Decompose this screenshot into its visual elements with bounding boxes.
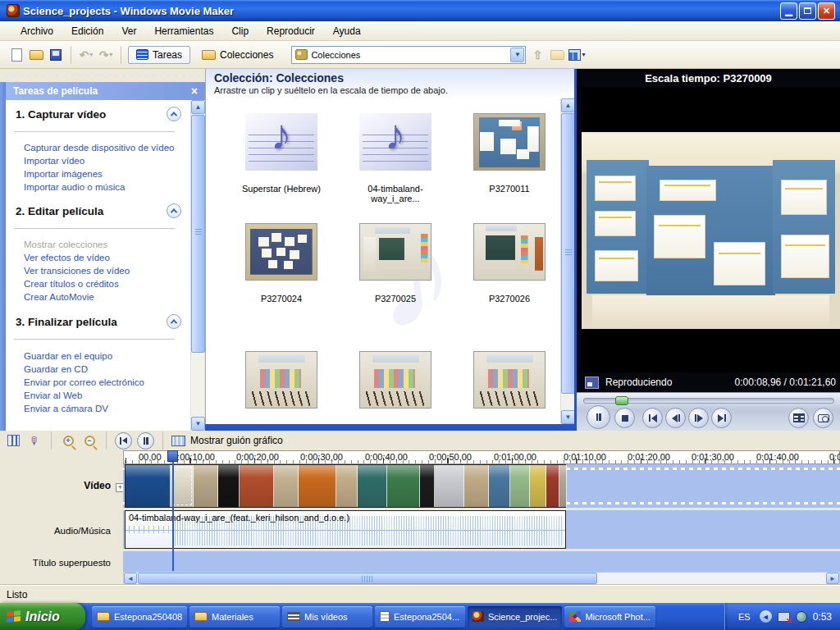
next-frame-button[interactable] [688, 408, 709, 428]
save-project-button[interactable] [48, 47, 64, 63]
video-clip[interactable] [559, 465, 567, 507]
scrollbar-thumb[interactable] [561, 113, 575, 394]
taskbar-window-materiales[interactable]: Materiales [189, 606, 280, 628]
playhead-handle[interactable] [167, 450, 178, 462]
menu-herramientas[interactable]: Herramientas [145, 23, 222, 39]
link-send-web[interactable]: Enviar al Web [24, 390, 82, 400]
video-clip[interactable] [126, 465, 171, 507]
video-clip[interactable] [546, 465, 559, 507]
video-clip[interactable] [489, 465, 510, 507]
minimize-button[interactable]: ▁ [780, 2, 797, 20]
link-titles-credits[interactable]: Crear títulos o créditos [24, 279, 119, 289]
video-clip[interactable] [464, 465, 489, 507]
fullscreen-icon[interactable] [585, 377, 599, 389]
clip-tile-p3270011[interactable]: P3270011 [459, 113, 560, 194]
take-picture-button[interactable] [813, 408, 833, 428]
collection-up-button[interactable]: ⇧ [529, 47, 546, 63]
taskbar-window-mis-videos[interactable]: Mis vídeos [282, 606, 372, 628]
video-clip[interactable] [435, 465, 464, 507]
menu-edicion[interactable]: Edición [62, 23, 112, 39]
audio-track[interactable]: 04-timbaland-way_i_are_(feat._keri_hilso… [123, 510, 840, 549]
views-button[interactable]: ▾ [568, 47, 585, 63]
video-clip[interactable] [336, 465, 358, 507]
video-clip[interactable] [530, 465, 546, 507]
narrate-button[interactable]: 🎙︎ [26, 432, 43, 449]
tasks-toggle-button[interactable]: Tareas [128, 46, 190, 64]
scroll-up-icon[interactable]: ▲ [561, 98, 575, 112]
video-clip[interactable] [510, 465, 530, 507]
scroll-down-icon[interactable]: ▼ [191, 417, 205, 431]
forward-button[interactable] [711, 408, 732, 428]
new-collection-button[interactable] [549, 47, 565, 63]
new-project-button[interactable] [8, 47, 25, 63]
video-clip[interactable] [218, 465, 240, 507]
video-clip[interactable] [194, 465, 218, 507]
start-button[interactable]: Inicio [0, 603, 85, 630]
back-button[interactable] [642, 408, 663, 428]
zoom-in-button[interactable]: + [60, 432, 76, 449]
close-button[interactable]: ✕ [818, 2, 835, 20]
clip-tile-timbaland[interactable]: 04-timbaland-way_i_are... [345, 113, 446, 203]
combobox-dropdown-arrow[interactable]: ▼ [510, 48, 524, 62]
link-save-computer[interactable]: Guardar en el equipo [24, 351, 112, 361]
play-timeline-button[interactable] [137, 432, 154, 450]
seek-bar[interactable] [583, 398, 834, 404]
clip-tile[interactable] [459, 351, 560, 422]
video-clip[interactable] [274, 465, 299, 507]
redo-button[interactable]: ↷▾ [98, 47, 114, 63]
video-track[interactable] [123, 464, 840, 508]
taskpane-close-icon[interactable]: × [191, 84, 198, 98]
menu-archivo[interactable]: Archivo [11, 23, 62, 39]
seek-thumb[interactable] [615, 396, 628, 405]
video-clip[interactable] [420, 465, 435, 507]
scrollbar-thumb[interactable] [138, 573, 597, 584]
update-globe-icon[interactable] [796, 611, 807, 623]
link-import-video[interactable]: Importar vídeo [24, 156, 84, 166]
menu-ayuda[interactable]: Ayuda [324, 23, 370, 39]
language-indicator[interactable]: ES [735, 611, 754, 623]
scroll-down-icon[interactable]: ▼ [561, 410, 575, 424]
link-save-cd[interactable]: Guardar en CD [24, 364, 88, 374]
taskbar-window-estepona2504[interactable]: Estepona2504... [375, 606, 465, 628]
taskbar-clock[interactable]: 0:53 [813, 611, 832, 623]
link-capture-device[interactable]: Capturar desde dispositivo de vídeo [24, 143, 174, 153]
rewind-timeline-button[interactable] [115, 432, 132, 450]
scroll-right-icon[interactable]: ► [826, 573, 839, 584]
collapse-finish-button[interactable] [167, 314, 181, 329]
link-video-effects[interactable]: Ver efectos de vídeo [24, 253, 110, 262]
timeline-ruler[interactable]: 00,00 0:00:10,00 0:00:20,00 0:00:30,00 0… [123, 450, 840, 464]
clip-tile[interactable] [231, 351, 332, 422]
clip-tile-p3270024[interactable]: P3270024 [231, 223, 332, 304]
link-video-transitions[interactable]: Ver transiciones de vídeo [24, 266, 130, 276]
menu-reproducir[interactable]: Reproducir [258, 23, 324, 39]
collection-scrollbar[interactable]: ▲ ▼ [560, 98, 574, 424]
link-import-audio[interactable]: Importar audio o música [24, 182, 125, 192]
timeline-scrollbar[interactable]: ◄ ► [123, 572, 840, 585]
video-clip[interactable] [299, 465, 336, 507]
storyboard-toggle[interactable]: Mostrar guión gráfico [190, 435, 283, 446]
video-clip[interactable] [358, 465, 387, 507]
scrollbar-thumb[interactable] [191, 115, 205, 353]
video-clip-selected[interactable] [171, 465, 194, 507]
audio-clip[interactable]: 04-timbaland-way_i_are_(feat._keri_hilso… [125, 510, 566, 549]
zoom-out-button[interactable]: − [81, 432, 98, 449]
hide-icons-button[interactable]: ◄ [760, 610, 772, 623]
network-disconnected-icon[interactable] [778, 612, 790, 622]
stop-button[interactable] [614, 408, 635, 428]
taskbar-window-science-projects[interactable]: Science_projec... [468, 606, 562, 628]
restore-button[interactable] [799, 2, 816, 20]
taskpane-scrollbar[interactable]: ▲ ▼ [190, 100, 204, 431]
playhead-line[interactable] [172, 450, 174, 571]
collections-toggle-button[interactable]: Colecciones [194, 46, 281, 64]
link-send-email[interactable]: Enviar por correo electrónico [24, 377, 144, 387]
menu-ver[interactable]: Ver [112, 23, 145, 39]
taskpane-gripper[interactable] [0, 69, 205, 82]
collection-combobox[interactable]: Colecciones ▼ [291, 46, 526, 64]
video-clip[interactable] [387, 465, 420, 507]
collapse-capture-button[interactable] [167, 107, 181, 121]
scroll-left-icon[interactable]: ◄ [124, 573, 137, 584]
title-overlay-track[interactable] [123, 551, 840, 572]
menu-clip[interactable]: Clip [222, 23, 258, 39]
collapse-edit-button[interactable] [167, 203, 181, 218]
link-import-images[interactable]: Importar imágenes [24, 169, 103, 179]
